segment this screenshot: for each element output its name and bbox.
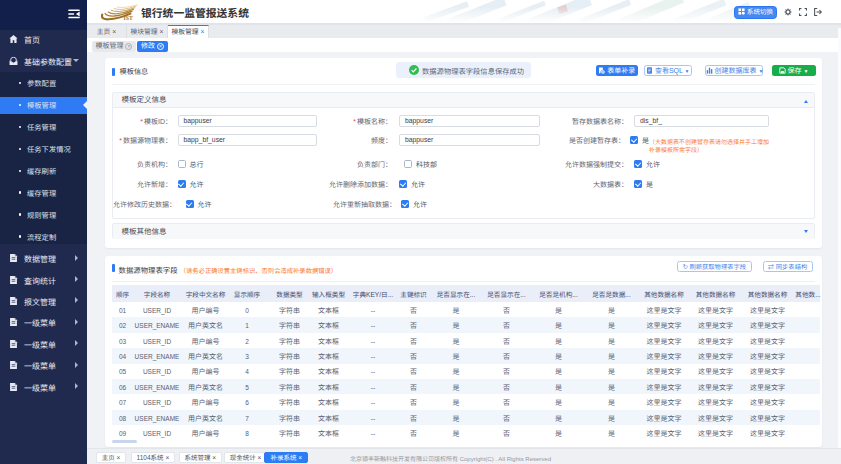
svg-text:IST: IST	[124, 15, 133, 21]
